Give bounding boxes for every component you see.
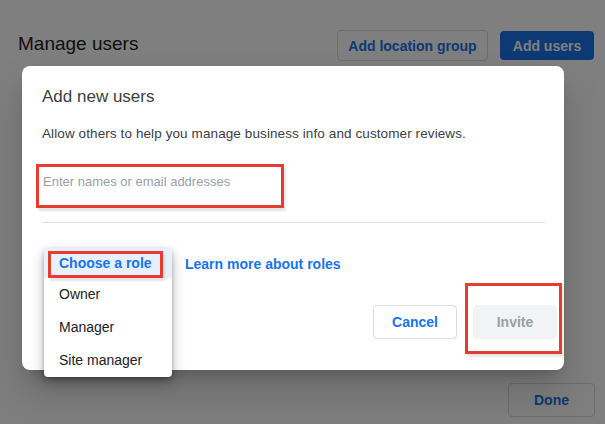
input-underline xyxy=(42,222,545,223)
screen: Manage users Add location group Add user… xyxy=(0,0,605,424)
names-email-input[interactable] xyxy=(43,169,303,193)
role-option-manager[interactable]: Manager xyxy=(44,311,172,344)
role-dropdown-menu: Choose a role Owner Manager Site manager xyxy=(44,248,172,377)
invite-button[interactable]: Invite xyxy=(473,305,557,339)
cancel-button[interactable]: Cancel xyxy=(373,305,457,339)
role-option-site-manager[interactable]: Site manager xyxy=(44,344,172,377)
role-option-owner[interactable]: Owner xyxy=(44,278,172,311)
dialog-subtitle: Allow others to help you manage business… xyxy=(42,126,466,141)
learn-more-about-roles-link[interactable]: Learn more about roles xyxy=(185,256,341,272)
dialog-title: Add new users xyxy=(42,87,154,107)
role-option-choose-a-role[interactable]: Choose a role xyxy=(44,248,172,278)
